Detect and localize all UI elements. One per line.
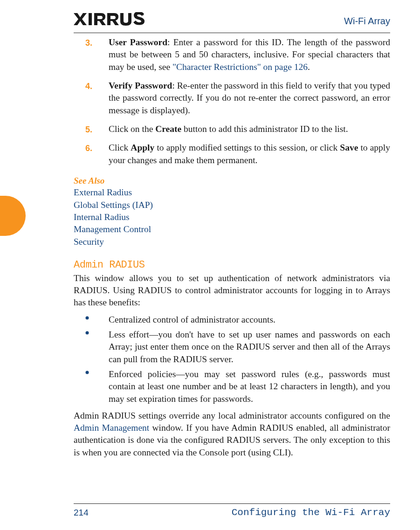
step-number: 6. — [74, 142, 109, 166]
step-text: button to add this administrator ID to t… — [181, 124, 348, 134]
para-text: Admin RADIUS settings override any local… — [74, 411, 390, 420]
section-intro: This window allows you to set up authent… — [74, 272, 390, 309]
section-heading-admin-radius: Admin RADIUS — [74, 258, 390, 272]
step-label: User Password — [109, 37, 167, 47]
chapter-title: Configuring the Wi-Fi Array — [232, 507, 390, 518]
page-number: 214 — [74, 508, 89, 518]
step-text: Click — [109, 143, 131, 152]
step-text: Click on the — [109, 124, 155, 134]
bullet-text: Less effort—you don't have to set up use… — [109, 329, 390, 365]
svg-marker-0 — [74, 13, 87, 25]
link-security[interactable]: Security — [74, 236, 390, 248]
page-header: R Wi-Fi Array — [0, 12, 420, 35]
svg-point-4 — [86, 316, 89, 319]
step-5: 5. Click on the Create button to add thi… — [74, 123, 390, 135]
step-number: 3. — [74, 36, 109, 73]
ui-ref-apply: Apply — [131, 143, 154, 152]
link-external-radius[interactable]: External Radius — [74, 186, 390, 199]
step-number: 4. — [74, 80, 109, 117]
link-global-settings-iap[interactable]: Global Settings (IAP) — [74, 199, 390, 211]
step-body: Click on the Create button to add this a… — [109, 123, 390, 135]
header-rule — [74, 33, 390, 33]
see-also-list: External Radius Global Settings (IAP) In… — [74, 186, 390, 248]
bullet-icon — [74, 368, 109, 405]
doc-title: Wi-Fi Array — [344, 16, 390, 27]
see-also-heading: See Also — [74, 175, 390, 187]
step-3: 3. User Password: Enter a password for t… — [74, 36, 390, 73]
step-body: User Password: Enter a password for this… — [109, 36, 390, 73]
bullet-item: Enforced policies—you may set password r… — [74, 368, 390, 405]
link-internal-radius[interactable]: Internal Radius — [74, 211, 390, 223]
svg-point-5 — [86, 331, 89, 334]
link-character-restrictions[interactable]: "Character Restrictions" on page 126 — [172, 62, 308, 72]
footer-rule — [74, 503, 390, 504]
step-6: 6. Click Apply to apply modified setting… — [74, 142, 390, 166]
ui-ref-create: Create — [155, 124, 181, 134]
bullet-item: Less effort—you don't have to set up use… — [74, 329, 390, 365]
step-text-end: . — [308, 62, 310, 72]
svg-point-6 — [86, 371, 89, 374]
svg-rect-1 — [89, 13, 92, 25]
section-tab — [0, 196, 26, 236]
step-text: to apply modified settings to this sessi… — [154, 143, 340, 152]
bullet-icon — [74, 314, 109, 326]
step-body: Verify Password: Re-enter the password i… — [109, 80, 390, 117]
bullet-text: Enforced policies—you may set password r… — [109, 368, 390, 405]
step-number: 5. — [74, 123, 109, 135]
ui-ref-save: Save — [340, 143, 358, 152]
link-management-control[interactable]: Management Control — [74, 223, 390, 235]
bullet-item: Centralized control of administrator acc… — [74, 314, 390, 326]
link-admin-management[interactable]: Admin Management — [74, 423, 149, 433]
step-label: Verify Password — [109, 81, 172, 90]
bullet-icon — [74, 329, 109, 365]
bullet-list: Centralized control of administrator acc… — [74, 314, 390, 405]
step-body: Click Apply to apply modified settings t… — [109, 142, 390, 166]
page-content: 3. User Password: Enter a password for t… — [74, 36, 390, 497]
section-paragraph: Admin RADIUS settings override any local… — [74, 410, 390, 459]
bullet-text: Centralized control of administrator acc… — [109, 314, 390, 326]
brand-logo: R — [74, 12, 145, 26]
step-4: 4. Verify Password: Re-enter the passwor… — [74, 80, 390, 117]
